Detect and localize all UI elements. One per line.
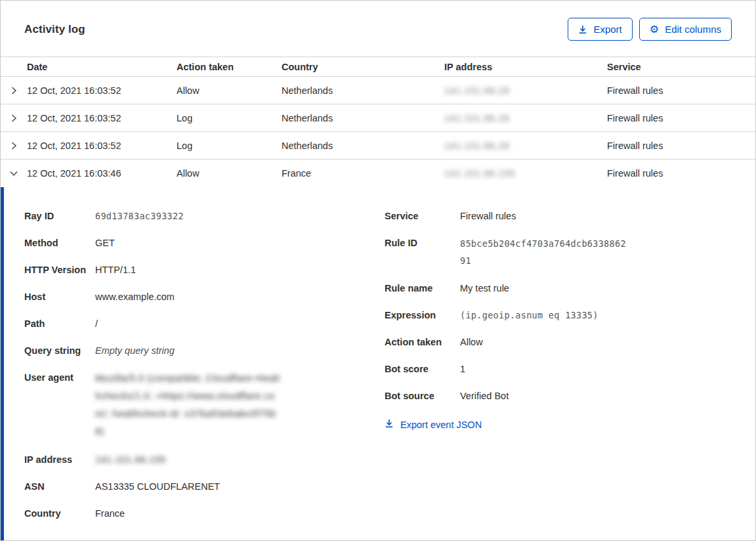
topbar: Activity log Export ⚙︎ Edit columns [1, 1, 755, 56]
field-label: User agent [24, 370, 95, 385]
field-label: Rule ID [385, 235, 460, 251]
detail-field-action-taken: Action taken Allow [385, 334, 732, 350]
field-label: Country [24, 506, 95, 521]
cell-ip-address-redacted: 141.101.66.155 [444, 168, 515, 179]
detail-field-ip-address: IP address 141.101.66.155 [24, 452, 385, 467]
detail-field-country: Country France [24, 506, 385, 521]
chevron-right-icon[interactable] [1, 141, 27, 150]
cell-action-taken: Allow [177, 168, 282, 179]
field-value: / [95, 316, 98, 332]
field-value: Allow [460, 334, 483, 350]
detail-field-path: Path / [24, 316, 385, 332]
cell-service: Firewall rules [607, 141, 755, 151]
export-button-label: Export [593, 24, 621, 34]
field-value: HTTP/1.1 [95, 262, 136, 278]
cell-country: Netherlands [282, 141, 444, 151]
cell-country: Netherlands [282, 113, 444, 123]
field-value-redacted: 141.101.66.155 [95, 452, 166, 467]
toolbar-actions: Export ⚙︎ Edit columns [568, 18, 732, 41]
column-header-country: Country [282, 62, 444, 72]
field-value: France [95, 506, 125, 521]
field-value: Firewall rules [460, 208, 516, 224]
cell-ip-address-redacted: 141.101.66.28 [444, 85, 509, 96]
field-label: Service [385, 208, 460, 224]
detail-field-bot-source: Bot source Verified Bot [385, 388, 732, 404]
event-detail-right-column: Service Firewall rules Rule ID 85bce5b20… [385, 208, 732, 431]
cell-service: Firewall rules [607, 113, 755, 123]
field-value: www.example.com [95, 289, 175, 305]
table-row-expanded[interactable]: 12 Oct, 2021 16:03:46 Allow France 141.1… [1, 160, 755, 187]
download-icon [385, 419, 394, 430]
field-label: Ray ID [24, 208, 95, 224]
cell-date: 12 Oct, 2021 16:03:46 [27, 168, 177, 179]
activity-log-panel: Activity log Export ⚙︎ Edit columns Date… [0, 0, 756, 541]
column-header-date: Date [27, 62, 177, 72]
cell-ip-address-redacted: 141.101.66.28 [444, 113, 509, 123]
field-value-redacted: Mozilla/5.0 (compatible; Cloudflare-Heal… [95, 370, 282, 441]
field-value: 69d13783ac393322 [95, 208, 184, 224]
table-row[interactable]: 12 Oct, 2021 16:03:52 Log Netherlands 14… [1, 132, 755, 160]
chevron-down-icon[interactable] [1, 169, 27, 178]
cell-date: 12 Oct, 2021 16:03:52 [27, 85, 177, 96]
field-value: (ip.geoip.asnum eq 13335) [460, 307, 598, 323]
field-label: Path [24, 316, 95, 332]
field-label: Host [24, 289, 95, 305]
detail-field-expression: Expression (ip.geoip.asnum eq 13335) [385, 307, 732, 323]
field-value: GET [95, 235, 115, 251]
cell-action-taken: Log [177, 113, 282, 123]
event-detail-left-column: Ray ID 69d13783ac393322 Method GET HTTP … [24, 208, 385, 532]
field-value: Empty query string [95, 343, 175, 358]
gear-icon: ⚙︎ [650, 24, 659, 35]
cell-ip-address-redacted: 141.101.66.28 [444, 141, 509, 151]
field-label: IP address [24, 452, 95, 467]
cell-service: Firewall rules [607, 168, 755, 179]
field-value: My test rule [460, 280, 509, 296]
detail-field-asn: ASN AS13335 CLOUDFLARENET [24, 479, 385, 494]
field-label: Expression [385, 307, 460, 323]
detail-field-host: Host www.example.com [24, 289, 385, 305]
activity-log-table: Date Action taken Country IP address Ser… [1, 56, 755, 187]
field-value: Verified Bot [460, 388, 509, 404]
column-header-service: Service [607, 62, 755, 72]
detail-field-ray-id: Ray ID 69d13783ac393322 [24, 208, 385, 224]
edit-columns-button[interactable]: ⚙︎ Edit columns [639, 18, 732, 41]
event-detail-panel: Ray ID 69d13783ac393322 Method GET HTTP … [1, 187, 755, 540]
detail-field-rule-id: Rule ID 85bce5b204cf4703a764dcb633886291 [385, 235, 732, 269]
cell-service: Firewall rules [607, 85, 755, 96]
column-header-action-taken: Action taken [177, 62, 282, 72]
field-value: 1 [460, 361, 465, 377]
field-label: HTTP Version [24, 262, 95, 278]
cell-date: 12 Oct, 2021 16:03:52 [27, 113, 177, 123]
field-label: Bot source [385, 388, 460, 404]
field-label: Query string [24, 343, 95, 358]
page-title: Activity log [24, 23, 85, 36]
detail-field-bot-score: Bot score 1 [385, 361, 732, 377]
table-row[interactable]: 12 Oct, 2021 16:03:52 Allow Netherlands … [1, 77, 755, 104]
field-label: Action taken [385, 334, 460, 350]
export-button[interactable]: Export [568, 18, 632, 41]
detail-field-rule-name: Rule name My test rule [385, 280, 732, 296]
field-label: ASN [24, 479, 95, 494]
edit-columns-button-label: Edit columns [665, 24, 721, 34]
export-event-json-label: Export event JSON [400, 420, 482, 430]
field-label: Bot score [385, 361, 460, 377]
field-value: 85bce5b204cf4703a764dcb633886291 [460, 235, 629, 269]
chevron-right-icon[interactable] [1, 86, 27, 95]
field-value: AS13335 CLOUDFLARENET [95, 479, 220, 494]
cell-country: Netherlands [282, 85, 444, 96]
cell-date: 12 Oct, 2021 16:03:52 [27, 141, 177, 151]
detail-field-query-string: Query string Empty query string [24, 343, 385, 358]
chevron-right-icon[interactable] [1, 114, 27, 123]
field-label: Method [24, 235, 95, 251]
detail-field-service: Service Firewall rules [385, 208, 732, 224]
table-header-row: Date Action taken Country IP address Ser… [1, 56, 755, 77]
export-event-json-link[interactable]: Export event JSON [385, 419, 482, 430]
cell-action-taken: Log [177, 141, 282, 151]
detail-field-method: Method GET [24, 235, 385, 251]
detail-field-user-agent: User agent Mozilla/5.0 (compatible; Clou… [24, 370, 385, 441]
download-icon [578, 25, 587, 34]
table-row[interactable]: 12 Oct, 2021 16:03:52 Log Netherlands 14… [1, 104, 755, 132]
cell-country: France [282, 168, 444, 179]
column-header-ip-address: IP address [444, 62, 607, 72]
field-label: Rule name [385, 280, 460, 296]
